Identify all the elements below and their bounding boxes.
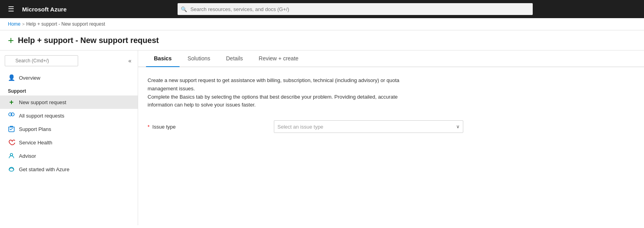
form-description-line1: Create a new support request to get assi…: [148, 77, 399, 83]
app-title: Microsoft Azure: [22, 6, 67, 13]
tab-solutions[interactable]: Solutions: [180, 50, 218, 67]
breadcrumb-home[interactable]: Home: [8, 21, 21, 27]
issue-type-control: Select an issue type ∨: [274, 120, 463, 133]
new-support-request-icon: +: [8, 99, 15, 106]
sidebar-item-new-support-request[interactable]: + New support request: [0, 95, 138, 109]
topbar: ☰ Microsoft Azure 🔍: [0, 0, 644, 18]
sidebar: 🔍 « 👤 Overview Support + New support req…: [0, 50, 138, 225]
sidebar-item-support-plans-label: Support Plans: [19, 126, 51, 132]
advisor-icon: [8, 152, 15, 159]
page-header: + Help + support - New support request: [0, 30, 644, 50]
breadcrumb: Home > Help + support - New support requ…: [0, 18, 644, 30]
sidebar-item-overview[interactable]: 👤 Overview: [0, 71, 138, 84]
issue-type-label-wrap: * Issue type: [148, 124, 274, 130]
breadcrumb-separator: >: [22, 22, 24, 26]
service-health-icon: [8, 139, 15, 146]
form-description-line4: information can help to solve your issue…: [148, 102, 256, 108]
search-icon: 🔍: [181, 6, 187, 12]
form-description: Create a new support request to get assi…: [148, 77, 471, 109]
support-plans-icon: [8, 125, 15, 133]
sidebar-search-input[interactable]: [5, 55, 78, 66]
sidebar-search-wrap: 🔍: [5, 55, 124, 66]
sidebar-item-all-support-requests-label: All support requests: [19, 113, 64, 119]
sidebar-item-advisor-label: Advisor: [19, 153, 36, 159]
sidebar-item-service-health[interactable]: Service Health: [0, 136, 138, 149]
all-support-requests-icon: [8, 112, 15, 119]
global-search: 🔍: [178, 3, 533, 15]
sidebar-item-service-health-label: Service Health: [19, 140, 52, 146]
sidebar-item-new-support-request-label: New support request: [19, 99, 66, 105]
sidebar-item-advisor[interactable]: Advisor: [0, 149, 138, 163]
sidebar-item-get-started[interactable]: Get started with Azure: [0, 163, 138, 176]
hamburger-menu-icon[interactable]: ☰: [6, 3, 16, 15]
sidebar-item-overview-label: Overview: [19, 75, 40, 81]
page-header-icon: +: [8, 35, 14, 45]
tabs: Basics Solutions Details Review + create: [138, 50, 644, 67]
issue-type-placeholder: Select an issue type: [277, 124, 323, 130]
page-title: Help + support - New support request: [18, 36, 159, 45]
form-description-line2: management issues.: [148, 86, 195, 92]
sidebar-item-support-plans[interactable]: Support Plans: [0, 122, 138, 136]
sidebar-item-all-support-requests[interactable]: All support requests: [0, 109, 138, 122]
main-layout: 🔍 « 👤 Overview Support + New support req…: [0, 50, 644, 225]
issue-type-field: * Issue type Select an issue type ∨: [148, 120, 635, 133]
form-content: Create a new support request to get assi…: [138, 67, 644, 149]
global-search-input[interactable]: [178, 3, 533, 15]
get-started-icon: [8, 166, 15, 173]
form-description-line3: Complete the Basics tab by selecting the…: [148, 94, 398, 100]
sidebar-item-get-started-label: Get started with Azure: [19, 166, 69, 172]
issue-type-required-marker: *: [148, 124, 150, 130]
content-area: Basics Solutions Details Review + create…: [138, 50, 644, 225]
issue-type-dropdown[interactable]: Select an issue type ∨: [274, 120, 463, 133]
sidebar-search-row: 🔍 «: [0, 55, 138, 71]
svg-point-1: [11, 113, 14, 116]
sidebar-section-support: Support: [0, 84, 138, 95]
issue-type-label: Issue type: [152, 124, 176, 130]
tab-basics[interactable]: Basics: [146, 50, 180, 67]
breadcrumb-current: Help + support - New support request: [26, 21, 105, 27]
overview-icon: 👤: [8, 74, 15, 81]
sidebar-collapse-button[interactable]: «: [127, 57, 133, 65]
tab-review-create[interactable]: Review + create: [251, 50, 307, 67]
chevron-down-icon: ∨: [456, 124, 460, 129]
tab-details[interactable]: Details: [218, 50, 251, 67]
